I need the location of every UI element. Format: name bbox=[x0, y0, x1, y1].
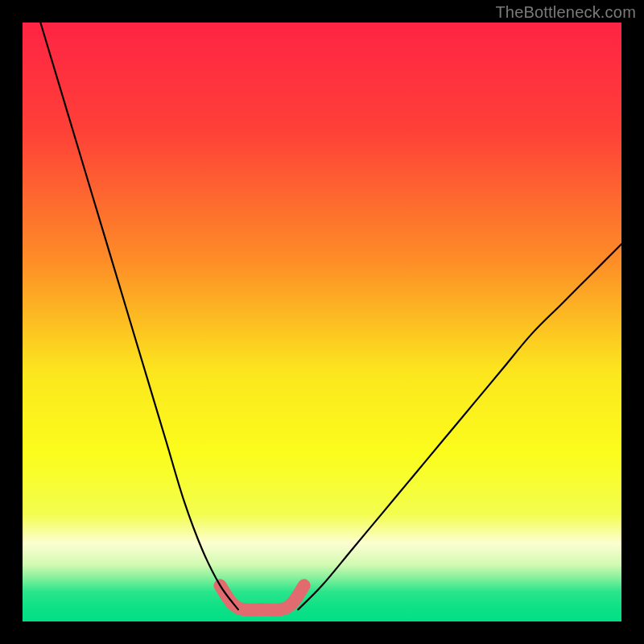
bottleneck-chart bbox=[23, 23, 621, 621]
gradient-background bbox=[23, 23, 621, 621]
chart-container bbox=[23, 23, 621, 621]
watermark-text: TheBottleneck.com bbox=[495, 3, 636, 22]
